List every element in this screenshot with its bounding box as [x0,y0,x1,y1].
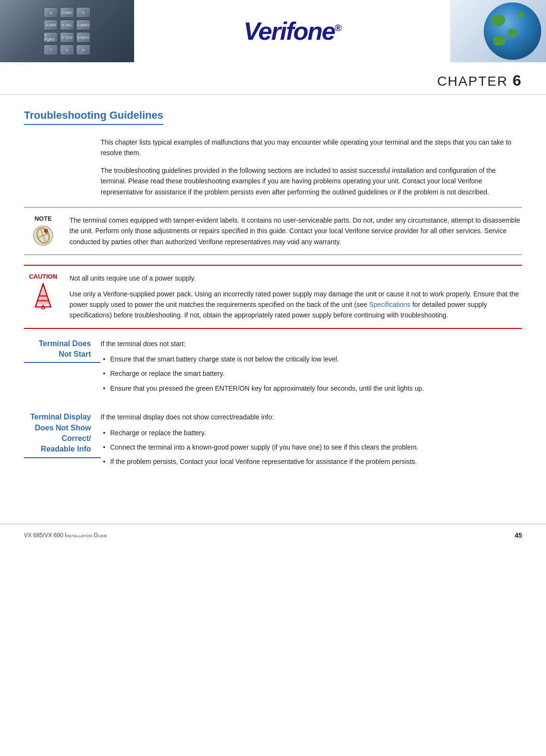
registered-mark: ® [335,23,341,33]
caution-para-1: Not all units require use of a power sup… [69,273,522,283]
main-content: Troubleshooting Guidelines This chapter … [0,109,546,505]
keypad-grid: 1 2 ABC 3 4 GHI 5 JKL 6 MNO 7 PQRS 8 TUV… [39,2,95,60]
key-6: 6 MNO [76,20,91,30]
chapter-number: 6 [512,72,522,89]
globe-image [450,0,546,62]
key-3: 3 [76,7,91,18]
terminal-does-not-start-heading: Terminal Does Not Start [24,339,101,363]
key-5: 5 JKL [60,20,74,30]
display-bullet-3: If the problem persists, Contact your lo… [101,456,522,467]
footer-guide-title: VX 685/VX 690 Installation Guide [24,532,107,539]
globe-land-4 [493,36,505,45]
terminal-display-row: Terminal Display Does Not Show Correct/ … [24,412,522,471]
note-icon [33,225,54,247]
globe-land-2 [508,29,517,37]
page-footer: VX 685/VX 690 Installation Guide 45 [0,524,546,546]
specifications-link[interactable]: Specifications [369,301,410,308]
logo-area: Verifone® [134,7,450,55]
caution-text: Not all units require use of a power sup… [69,273,522,321]
svg-point-10 [42,306,45,309]
note-label: NOTE [34,215,52,222]
key-8: 8 TUV [60,32,74,43]
caution-para-2: Use only a Verifone-supplied power pack.… [69,289,522,321]
bullet-2: Recharge or replace the smart battery. [101,368,522,379]
key-hash: # [76,45,91,55]
intro-para-1: This chapter lists typical examples of m… [101,137,522,158]
caution-label: CAUTION [29,273,57,280]
intro-section: This chapter lists typical examples of m… [101,137,522,197]
key-1: 1 [44,7,58,18]
display-bullet-2: Connect the terminal into a known-good p… [101,442,522,452]
verifone-logo: Verifone® [244,17,341,45]
keypad-image: 1 2 ABC 3 4 GHI 5 JKL 6 MNO 7 PQRS 8 TUV… [0,0,134,62]
terminal-display-bullets: Recharge or replace the battery. Connect… [101,428,522,467]
logo-text: Verifone® [244,17,341,45]
terminal-does-not-start-row: Terminal Does Not Start If the terminal … [24,339,522,398]
bullet-3: Ensure that you pressed the green ENTER/… [101,383,522,394]
key-star: * [44,45,58,55]
intro-para-2: The troubleshooting guidelines provided … [101,165,522,197]
svg-rect-8 [37,300,49,302]
terminal-display-heading: Terminal Display Does Not Show Correct/ … [24,412,101,458]
chapter-heading-area: Chapter 6 [0,62,546,95]
terminal-display-intro: If the terminal display does not show co… [101,412,522,422]
chapter-word: Chapter [437,74,508,89]
terminal-not-start-bullets: Ensure that the smart battery charge sta… [101,354,522,394]
terminal-does-not-start-content: If the terminal does not start: Ensure t… [101,339,522,398]
caution-label-area: CAUTION [24,273,62,309]
terminal-not-start-intro: If the terminal does not start: [101,339,522,349]
globe-land-1 [490,13,506,28]
key-2: 2 ABC [60,7,74,18]
svg-rect-9 [39,295,47,297]
note-text: The terminal comes equipped with tamper-… [69,215,522,247]
footer-page-number: 45 [514,531,522,539]
section-title: Troubleshooting Guidelines [24,109,163,125]
caution-block: CAUTION Not all units require use of a p… [24,265,522,329]
note-block: NOTE The terminal comes equipped with ta… [24,207,522,255]
chapter-label: Chapter 6 [437,74,522,89]
display-bullet-1: Recharge or replace the battery. [101,428,522,438]
caution-icon [33,283,54,309]
terminal-display-content: If the terminal display does not show co… [101,412,522,471]
key-7: 7 PQRS [44,32,58,43]
globe-circle [484,2,541,60]
note-label-area: NOTE [24,215,62,247]
bullet-1: Ensure that the smart battery charge sta… [101,354,522,364]
globe-land-3 [517,12,524,18]
key-4: 4 GHI [44,20,58,30]
key-0: 0 [60,45,74,55]
key-9: 9 WXY [76,32,91,43]
page-header: 1 2 ABC 3 4 GHI 5 JKL 6 MNO 7 PQRS 8 TUV… [0,0,546,62]
